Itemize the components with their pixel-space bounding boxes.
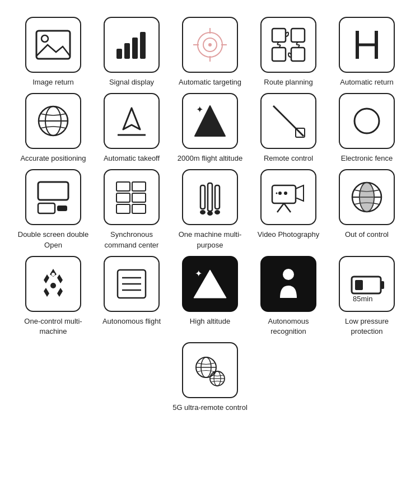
icon-cell-image-return: Image return: [17, 17, 90, 87]
icon-label-high-altitude: High altitude: [190, 316, 230, 326]
icon-cell-sync-command: Synchronous command center: [95, 169, 168, 250]
icon-cell-electronic-fence: Electronic fence: [330, 93, 403, 164]
icon-cell-automatic-return: Automatic return: [330, 17, 403, 87]
icon-cell-flight-altitude: ✦ 2000m flight altitude: [174, 93, 246, 164]
svg-point-29: [354, 109, 379, 133]
svg-rect-15: [272, 48, 286, 61]
svg-point-43: [207, 211, 213, 216]
icon-cell-remote-control: Remote control: [252, 93, 325, 164]
icon-cell-automatic-targeting: Automatic targeting: [174, 17, 246, 87]
icon-box-autonomous-flight: [104, 256, 160, 312]
icon-label-video-photography: Video Photography: [258, 230, 319, 240]
svg-rect-5: [140, 32, 146, 59]
icon-cell-accurate-positioning: Accurate positioning: [17, 93, 90, 164]
svg-rect-2: [116, 49, 122, 59]
icon-label-electronic-fence: Electronic fence: [341, 153, 393, 164]
svg-line-47: [284, 203, 291, 212]
svg-rect-3: [124, 43, 130, 59]
icon-label-one-control: One-control multi-machine: [17, 316, 90, 337]
icon-box-high-altitude: ✦: [182, 256, 238, 312]
icon-cell-route-planning: Route planning: [252, 17, 325, 87]
svg-rect-33: [116, 182, 130, 191]
svg-text:85min: 85min: [353, 295, 372, 303]
icon-cell-high-altitude: ✦ High altitude: [174, 256, 246, 337]
icon-box-one-machine: [182, 169, 238, 225]
icon-box-video-photography: [260, 169, 316, 225]
icon-cell-5g-remote: 5G ultra-remote control: [172, 342, 248, 413]
icon-label-remote-control: Remote control: [264, 153, 313, 164]
icon-box-electronic-fence: [339, 93, 395, 149]
icon-label-automatic-takeoff: Automatic takeoff: [104, 153, 160, 164]
icon-label-low-pressure: Low pressure protection: [330, 316, 403, 337]
icon-box-flight-altitude: ✦: [182, 93, 238, 149]
icon-box-automatic-targeting: [182, 17, 238, 73]
icon-box-image-return: [25, 17, 81, 73]
svg-rect-32: [57, 206, 67, 211]
svg-point-57: [50, 283, 56, 288]
icon-label-accurate-positioning: Accurate positioning: [20, 153, 86, 164]
svg-marker-23: [123, 108, 140, 129]
icon-label-sync-command: Synchronous command center: [95, 230, 168, 250]
svg-rect-4: [132, 38, 138, 59]
svg-line-46: [277, 203, 284, 212]
svg-point-64: [283, 269, 294, 280]
svg-point-42: [200, 210, 206, 214]
icon-box-autonomous-recognition: [260, 256, 316, 312]
icon-box-route-planning: [260, 17, 316, 73]
icon-cell-automatic-takeoff: Automatic takeoff: [95, 93, 168, 164]
svg-rect-39: [200, 185, 205, 209]
icon-cell-autonomous-recognition: Autonomous recognition: [252, 256, 325, 337]
svg-point-1: [41, 35, 48, 42]
icon-label-double-screen: Double screen double Open: [17, 230, 90, 250]
icon-cell-signal-display: Signal display: [95, 17, 168, 87]
last-row: 5G ultra-remote control: [172, 342, 248, 413]
svg-rect-35: [116, 193, 130, 202]
icon-cell-out-of-control: Out of control: [330, 169, 403, 250]
svg-point-8: [208, 43, 212, 46]
svg-rect-66: [381, 281, 384, 289]
icon-label-route-planning: Route planning: [264, 77, 312, 87]
svg-rect-67: [355, 280, 363, 290]
svg-rect-31: [38, 203, 55, 213]
svg-point-56: [52, 273, 55, 276]
svg-text:✦: ✦: [195, 269, 202, 278]
icon-cell-low-pressure: 85min Low pressure protection: [330, 256, 403, 337]
svg-line-27: [273, 106, 304, 136]
icon-box-sync-command: [104, 169, 160, 225]
icon-cell-double-screen: Double screen double Open: [17, 169, 90, 250]
svg-text:✦: ✦: [196, 105, 203, 114]
svg-rect-40: [208, 183, 212, 211]
icon-label-automatic-return: Automatic return: [340, 77, 393, 87]
svg-rect-0: [36, 31, 70, 59]
icon-box-5g-remote: [182, 342, 238, 398]
svg-point-50: [284, 192, 287, 195]
icon-grid: Image return Signal display: [17, 17, 403, 337]
svg-rect-37: [116, 204, 130, 213]
icon-box-out-of-control: [339, 169, 395, 225]
icon-label-one-machine: One machine multi-purpose: [174, 230, 246, 250]
svg-point-44: [214, 210, 220, 214]
icon-cell-autonomous-flight: Autonomous flight: [95, 256, 168, 337]
icon-box-accurate-positioning: [25, 93, 81, 149]
svg-point-49: [278, 192, 282, 195]
icon-box-remote-control: [260, 93, 316, 149]
icon-box-double-screen: [25, 169, 81, 225]
icon-label-autonomous-flight: Autonomous flight: [102, 316, 161, 326]
icon-box-automatic-takeoff: [104, 93, 160, 149]
icon-label-flight-altitude: 2000m flight altitude: [178, 153, 242, 164]
svg-rect-16: [291, 48, 305, 61]
svg-point-51: [276, 193, 278, 194]
svg-marker-48: [296, 185, 304, 201]
svg-rect-45: [272, 185, 296, 203]
icon-label-autonomous-recognition: Autonomous recognition: [252, 316, 325, 337]
icon-label-signal-display: Signal display: [109, 77, 154, 87]
icon-label-5g-remote: 5G ultra-remote control: [172, 403, 248, 413]
svg-rect-34: [132, 182, 146, 191]
svg-rect-36: [132, 193, 146, 202]
icon-label-automatic-targeting: Automatic targeting: [179, 77, 241, 87]
icon-cell-one-machine: One machine multi-purpose: [174, 169, 246, 250]
icon-box-one-control: [25, 256, 81, 312]
svg-rect-14: [291, 29, 305, 42]
icon-box-automatic-return: [339, 17, 395, 73]
icon-cell-video-photography: Video Photography: [252, 169, 325, 250]
